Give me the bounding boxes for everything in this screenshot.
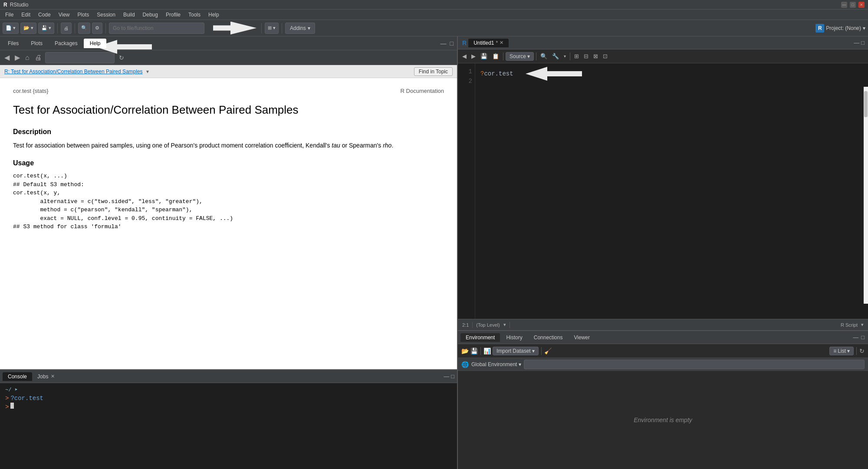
line-num-1: 1 [462, 67, 472, 76]
editor-layout-btn3[interactable]: ⊠ [592, 52, 600, 60]
tab-environment[interactable]: Environment [460, 333, 500, 342]
code-area[interactable]: ?cor.test [475, 63, 868, 319]
window-controls: — □ ✕ [841, 2, 865, 8]
title-bar: R RStudio — □ ✕ [0, 0, 868, 10]
console-pane: Console Jobs ✕ — □ ~/ ➤ > ?cor.tes [0, 369, 457, 469]
menu-view[interactable]: View [55, 11, 73, 19]
line-numbers: 1 2 [458, 63, 475, 319]
help-search-input[interactable] [45, 52, 115, 63]
source-button[interactable]: Source ▾ [506, 52, 534, 61]
editor-forward-button[interactable]: ▶ [470, 52, 477, 60]
maximize-button[interactable]: □ [850, 2, 856, 8]
layout-button[interactable]: ⊞ ▾ [265, 23, 279, 34]
breadcrumb-topic[interactable]: R: Test for Association/Correlation Betw… [4, 69, 143, 75]
code-tools-button[interactable]: ⚙ [92, 23, 102, 34]
console-line-2: > [5, 403, 452, 410]
save-button[interactable]: 💾 ▾ [38, 23, 54, 34]
script-arrow: ▾ [861, 322, 864, 328]
r-doc-label: R Documentation [401, 87, 444, 96]
goto-input[interactable] [109, 23, 204, 34]
editor-minimize-button[interactable]: — [853, 39, 860, 47]
addins-button[interactable]: Addins ▾ [285, 23, 315, 34]
menu-help[interactable]: Help [205, 11, 223, 19]
minimize-button[interactable]: — [841, 2, 847, 8]
menu-file[interactable]: File [2, 11, 17, 19]
untitled1-close[interactable]: ✕ [500, 40, 503, 46]
editor-tab-bar: R Untitled1 * ✕ — □ [458, 36, 868, 49]
menu-code[interactable]: Code [35, 11, 54, 19]
main-toolbar: 📄 ▾ 📂 ▾ 💾 ▾ 🖨 🔍 ⚙ ⊞ ▾ Addins ▾ R Proj [0, 20, 868, 36]
open-file-button[interactable]: 📂 ▾ [20, 23, 36, 34]
find-icon: 🔍 [81, 25, 87, 31]
import-dataset-button[interactable]: Import Dataset ▾ [493, 347, 539, 355]
editor-maximize-button[interactable]: □ [860, 39, 865, 47]
list-icon: ≡ [833, 348, 836, 354]
home-button[interactable]: ⌂ [23, 53, 31, 62]
global-env-selector[interactable]: Global Environment ▾ [471, 361, 521, 367]
env-search-input[interactable] [524, 360, 865, 369]
console-cursor [10, 403, 14, 409]
console-line-1: > ?cor.test [5, 395, 452, 402]
close-button[interactable]: ✕ [858, 2, 865, 8]
usage-heading: Usage [13, 157, 444, 169]
editor-save-button[interactable]: 💾 [479, 52, 489, 60]
tab-history[interactable]: History [501, 333, 527, 342]
arrow-annotation-editor [526, 67, 582, 81]
editor-saveas-button[interactable]: 📋 [490, 52, 501, 60]
new-file-button[interactable]: 📄 ▾ [3, 23, 19, 34]
clear-env-button[interactable]: 🧹 [544, 348, 552, 354]
tab-untitled1[interactable]: Untitled1 * ✕ [468, 39, 509, 47]
tab-jobs[interactable]: Jobs ✕ [32, 372, 60, 381]
help-maximize-button[interactable]: □ [448, 39, 455, 48]
editor-layout-btn1[interactable]: ⊞ [572, 52, 581, 60]
tab-plots[interactable]: Plots [25, 39, 49, 48]
env-save-button[interactable]: 💾 [470, 348, 478, 354]
editor-back-button[interactable]: ◀ [460, 52, 468, 60]
menu-edit[interactable]: Edit [18, 11, 34, 19]
tab-help[interactable]: Help [84, 39, 107, 48]
addins-arrow-icon: ▾ [308, 25, 310, 31]
back-button[interactable]: ◀ [3, 52, 11, 62]
tab-viewer[interactable]: Viewer [569, 333, 595, 342]
editor-tools-button[interactable]: 🔧 [550, 52, 561, 60]
menu-profile[interactable]: Profile [162, 11, 184, 19]
tab-connections[interactable]: Connections [529, 333, 568, 342]
env-minimize-button[interactable]: — [852, 333, 859, 341]
code-function: cor.test [484, 70, 513, 77]
env-filter-bar: 🌐 Global Environment ▾ [458, 358, 868, 371]
env-maximize-button[interactable]: □ [860, 333, 865, 341]
editor-search-button[interactable]: 🔍 [539, 52, 549, 60]
code-line-1: ?cor.test [480, 67, 863, 81]
editor-layout-btn2[interactable]: ⊟ [582, 52, 590, 60]
menu-session[interactable]: Session [93, 11, 119, 19]
open-file-icon: 📂 [23, 25, 30, 31]
menu-plots[interactable]: Plots [74, 11, 93, 19]
menu-tools[interactable]: Tools [185, 11, 204, 19]
console-minimize-button[interactable]: — [444, 373, 449, 380]
tab-files[interactable]: Files [2, 39, 25, 48]
tab-console[interactable]: Console [3, 372, 32, 381]
forward-button[interactable]: ▶ [13, 52, 22, 62]
editor-layout-btn4[interactable]: ⊡ [601, 52, 609, 60]
env-open-button[interactable]: 📂 [461, 348, 469, 354]
ed-sep [503, 52, 503, 60]
refresh-button[interactable]: ↻ [116, 53, 127, 62]
editor-tools-arrow[interactable]: ▾ [562, 53, 568, 59]
find-in-topic-button[interactable]: Find in Topic [414, 67, 453, 76]
sep2 [75, 23, 75, 33]
print-help-button[interactable]: 🖨 [33, 53, 43, 62]
addins-label: Addins [290, 25, 306, 31]
refresh-env-button[interactable]: ↻ [859, 348, 865, 354]
find-replace-button[interactable]: 🔍 [78, 23, 90, 34]
help-minimize-button[interactable]: — [439, 39, 448, 48]
list-view-button[interactable]: ≡ List ▾ [829, 347, 854, 355]
console-maximize-button[interactable]: □ [451, 373, 454, 380]
menu-build[interactable]: Build [120, 11, 138, 19]
jobs-tab-close[interactable]: ✕ [51, 374, 55, 379]
print-button[interactable]: 🖨 [61, 23, 72, 34]
menu-debug[interactable]: Debug [139, 11, 161, 19]
tab-packages[interactable]: Packages [49, 39, 84, 48]
env-sep2 [541, 347, 542, 355]
env-import-icon: 📊 [483, 348, 491, 354]
right-pane: R Untitled1 * ✕ — □ ◀ ▶ 💾 📋 Source [458, 36, 868, 469]
